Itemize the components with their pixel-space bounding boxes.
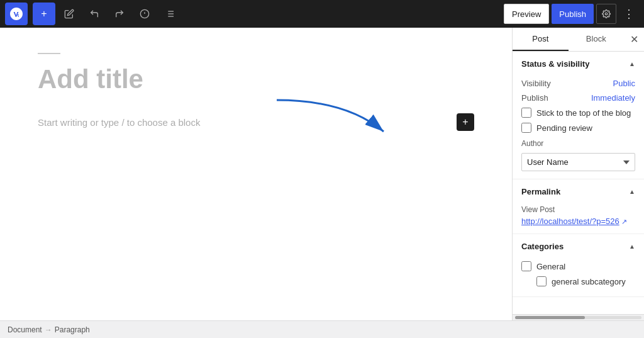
visibility-label: Visibility xyxy=(521,79,551,88)
publish-label: Publish xyxy=(521,93,548,103)
list-view-icon xyxy=(165,9,175,19)
main-area: Add title Start writing or type / to cho… xyxy=(0,28,644,320)
section-permalink-title: Permalink xyxy=(521,187,560,196)
author-select[interactable]: User Name xyxy=(521,153,635,171)
section-categories-body: General general subcategory xyxy=(513,259,644,296)
section-categories-header[interactable]: Categories ▲ xyxy=(513,234,644,259)
section-status-body: Visibility Public Publish Immediately St… xyxy=(513,76,644,179)
toolbar: + Preview Publish ⋮ xyxy=(0,0,644,28)
preview-button[interactable]: Preview xyxy=(504,4,549,24)
wp-logo-icon xyxy=(10,8,23,20)
category-general-row: General xyxy=(521,259,635,274)
bottom-document-label[interactable]: Document xyxy=(8,325,42,334)
bottom-bar: Document → Paragraph xyxy=(0,320,644,338)
more-options-button[interactable]: ⋮ xyxy=(619,4,639,24)
section-categories: Categories ▲ General general subcategory xyxy=(513,234,644,297)
undo-icon xyxy=(89,9,99,19)
permalink-chevron-up-icon: ▲ xyxy=(629,188,635,195)
section-permalink: Permalink ▲ View Post http://localhost/t… xyxy=(513,179,644,234)
redo-icon xyxy=(114,9,125,19)
redo-button[interactable] xyxy=(108,3,131,25)
sidebar-tabs-container: Post Block ✕ xyxy=(513,28,644,52)
sidebar-content: Status & visibility ▲ Visibility Public … xyxy=(513,52,644,314)
tab-post[interactable]: Post xyxy=(513,28,569,51)
pencil-icon xyxy=(64,9,74,19)
publish-row: Publish Immediately xyxy=(521,91,635,105)
editor-placeholder: Start writing or type / to choose a bloc… xyxy=(38,117,457,128)
section-permalink-body: View Post http://localhost/test/?p=526 ↗ xyxy=(513,205,644,234)
stick-to-top-row: Stick to the top of the blog xyxy=(521,105,635,120)
sidebar-close-button[interactable]: ✕ xyxy=(624,28,644,51)
visibility-value[interactable]: Public xyxy=(613,79,635,88)
author-label: Author xyxy=(521,139,635,148)
editor-divider xyxy=(38,53,60,54)
section-status-header[interactable]: Status & visibility ▲ xyxy=(513,52,644,76)
permalink-link[interactable]: http://localhost/test/?p=526 xyxy=(521,217,619,226)
category-general-checkbox[interactable] xyxy=(521,261,531,271)
author-section: Author User Name xyxy=(521,139,635,171)
external-link-icon: ↗ xyxy=(621,218,627,225)
scroll-track xyxy=(515,316,641,319)
undo-button[interactable] xyxy=(83,3,106,25)
category-subcategory-label: general subcategory xyxy=(552,277,626,286)
section-categories-title: Categories xyxy=(521,242,564,251)
scroll-thumb xyxy=(515,316,585,319)
editor-body[interactable]: Start writing or type / to choose a bloc… xyxy=(38,113,474,131)
publish-value[interactable]: Immediately xyxy=(591,93,635,103)
list-view-button[interactable] xyxy=(158,3,181,25)
stick-to-top-label: Stick to the top of the blog xyxy=(536,108,631,118)
visibility-row: Visibility Public xyxy=(521,76,635,91)
pending-review-row: Pending review xyxy=(521,120,635,135)
chevron-up-icon: ▲ xyxy=(629,60,635,67)
category-subcategory-checkbox[interactable] xyxy=(536,276,547,286)
editor-title[interactable]: Add title xyxy=(38,64,474,94)
edit-icon-button[interactable] xyxy=(58,3,80,25)
pending-review-checkbox[interactable] xyxy=(521,123,531,133)
toolbar-right: Preview Publish ⋮ xyxy=(504,4,639,24)
category-subcategory-row: general subcategory xyxy=(521,274,635,289)
toolbar-left: + xyxy=(5,3,501,25)
section-status-title: Status & visibility xyxy=(521,59,589,69)
bottom-paragraph-label[interactable]: Paragraph xyxy=(55,325,90,334)
info-button[interactable] xyxy=(133,3,156,25)
bottom-separator: → xyxy=(45,325,52,334)
add-block-toolbar-button[interactable]: + xyxy=(33,3,55,25)
publish-button[interactable]: Publish xyxy=(552,4,594,24)
wp-logo xyxy=(5,3,28,25)
section-permalink-header[interactable]: Permalink ▲ xyxy=(513,179,644,204)
section-status-visibility: Status & visibility ▲ Visibility Public … xyxy=(513,52,644,179)
view-post-label: View Post xyxy=(521,205,635,214)
gear-icon xyxy=(602,9,611,18)
pending-review-label: Pending review xyxy=(536,123,592,133)
categories-chevron-up-icon: ▲ xyxy=(629,243,635,250)
settings-button[interactable] xyxy=(596,4,616,24)
sidebar: Post Block ✕ Status & visibility ▲ Visib… xyxy=(512,28,644,320)
stick-to-top-checkbox[interactable] xyxy=(521,108,531,118)
svg-point-9 xyxy=(605,13,608,15)
editor-area[interactable]: Add title Start writing or type / to cho… xyxy=(0,28,512,320)
tab-block[interactable]: Block xyxy=(569,28,625,51)
category-general-label: General xyxy=(536,262,565,271)
info-icon xyxy=(140,9,150,19)
add-block-inline-button[interactable]: + xyxy=(457,113,474,131)
sidebar-scroll-bar[interactable] xyxy=(513,314,644,320)
